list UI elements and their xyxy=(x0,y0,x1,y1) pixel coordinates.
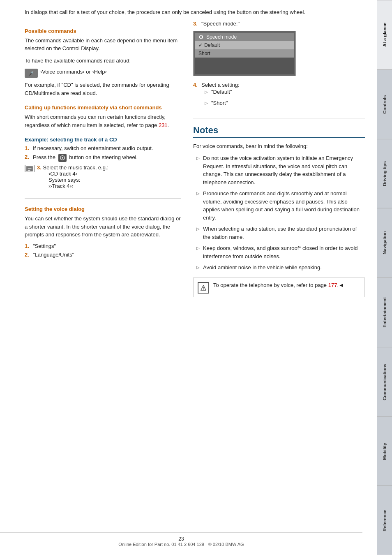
tab-navigation[interactable]: Navigation xyxy=(377,208,392,278)
note-box-page-link[interactable]: 177 xyxy=(328,282,337,288)
svg-point-4 xyxy=(203,289,204,290)
voice-commands-text: ›Voice commands‹ or ›Help‹ xyxy=(40,69,107,75)
note-tri-2: ▷ xyxy=(196,190,200,197)
note1-text: Do not use the voice activation system t… xyxy=(203,154,365,186)
note-box: To operate the telephone by voice, refer… xyxy=(193,278,365,297)
screen-lower-area xyxy=(195,58,294,74)
screen-option-short: Short xyxy=(195,49,294,58)
short-commands-heading: Calling up functions immediately via sho… xyxy=(25,104,181,111)
footer-page-number: 23 xyxy=(178,536,184,542)
note4-text: Keep doors, windows, and glass sunroof* … xyxy=(203,244,365,260)
tab-communications[interactable]: Communications xyxy=(377,347,392,416)
step4-content: Select a setting: ▷ "Default" ▷ "Short" xyxy=(201,82,240,111)
setting-text: You can set whether the system should us… xyxy=(25,215,181,239)
possible-commands-text: The commands available in each case depe… xyxy=(25,37,181,53)
setting-heading: Setting the voice dialog xyxy=(25,206,181,212)
note-item-2: ▷ Pronounce the commands and digits smoo… xyxy=(196,190,365,222)
right-step-3: 3. "Speech mode:" xyxy=(193,21,365,27)
note2-text: Pronounce the commands and digits smooth… xyxy=(203,190,365,222)
example-cd-heading: Example: selecting the track of a CD xyxy=(25,136,181,143)
right-step3-text: "Speech mode:" xyxy=(201,21,240,27)
screen-option1-label: Default xyxy=(204,42,220,48)
screen-gear-icon: ⚙ xyxy=(198,34,204,40)
step4-option2: "Short" xyxy=(211,99,228,107)
setting-step1-text: "Settings" xyxy=(33,243,56,249)
divider xyxy=(25,198,181,199)
intro-paragraph: In dialogs that call for a text of your … xyxy=(25,8,365,16)
note5-text: Avoid ambient noise in the vehicle while… xyxy=(203,264,322,272)
note-box-text: To operate the telephone by voice, refer… xyxy=(213,281,344,289)
screen-header: ⚙ Speech mode xyxy=(195,33,294,41)
voice-icon: 🎤 xyxy=(25,69,38,78)
footer: 23 Online Edition for Part no. 01 41 2 6… xyxy=(0,532,362,547)
setting-step-1: 1. "Settings" xyxy=(25,243,181,249)
notes-list: ▷ Do not use the voice activation system… xyxy=(193,154,365,272)
note-item-3: ▷ When selecting a radio station, use th… xyxy=(196,225,365,241)
step3-lines: ›CD track 4‹ System says: ››Track 4‹‹ xyxy=(37,171,108,189)
example-step-1: 1. If necessary, switch on entertainment… xyxy=(25,145,181,151)
possible-commands-heading: Possible commands xyxy=(25,28,181,34)
tri-icon-1: ▷ xyxy=(205,89,208,95)
cd-example-text: For example, if "CD" is selected, the co… xyxy=(25,81,181,97)
note-tri-3: ▷ xyxy=(196,226,200,232)
step4-options: ▷ "Default" ▷ "Short" xyxy=(201,88,240,107)
screen-option-default: ✓ Default xyxy=(195,41,294,49)
notes-heading: Notes xyxy=(193,125,365,138)
note3-text: When selecting a radio station, use the … xyxy=(203,225,365,241)
example-step-3: 3. Select the music track, e.g.: ›CD tra… xyxy=(25,164,181,192)
screen-option2-label: Short xyxy=(198,51,210,56)
note-tri-4: ▷ xyxy=(196,245,200,251)
note-item-4: ▷ Keep doors, windows, and glass sunroof… xyxy=(196,244,365,260)
short-commands-page-link[interactable]: 231 xyxy=(159,122,168,128)
tab-controls[interactable]: Controls xyxy=(377,69,392,139)
speech-mode-screen: ⚙ Speech mode ✓ Default Short xyxy=(193,31,296,76)
example-step-2: 2. Press the button on the steering whee… xyxy=(25,154,181,162)
notes-intro: For voice commands, bear in mind the fol… xyxy=(193,142,365,150)
note-tri-5: ▷ xyxy=(196,264,200,271)
step2-text: Press the button on the steering wheel. xyxy=(33,154,138,162)
steering-button-icon xyxy=(58,154,67,162)
tab-driving-tips[interactable]: Driving tips xyxy=(377,139,392,208)
tri-icon-2: ▷ xyxy=(205,100,208,106)
setting-step2-text: "Language/Units" xyxy=(33,252,74,258)
right-step-4: 4. Select a setting: ▷ "Default" ▷ "Shor… xyxy=(193,82,365,111)
step2-num: 2. xyxy=(25,154,33,162)
voice-commands-row: 🎤 ›Voice commands‹ or ›Help‹ xyxy=(25,69,181,78)
checkmark-icon: ✓ xyxy=(198,42,203,48)
step1-num: 1. xyxy=(25,145,33,151)
setting-step2-num: 2. xyxy=(25,252,33,258)
note-item-5: ▷ Avoid ambient noise in the vehicle whi… xyxy=(196,264,365,272)
right-divider xyxy=(193,118,365,118)
tab-reference[interactable]: Reference xyxy=(377,486,392,555)
svg-point-1 xyxy=(62,157,63,159)
step3-icon xyxy=(25,165,35,172)
step4-option1: "Default" xyxy=(211,88,232,96)
side-tabs: At a glance Controls Driving tips Naviga… xyxy=(377,0,392,555)
step4-num: 4. xyxy=(193,82,201,111)
tab-at-a-glance[interactable]: At a glance xyxy=(377,0,392,69)
step1-text: If necessary, switch on entertainment au… xyxy=(33,145,153,151)
note-item-1: ▷ Do not use the voice activation system… xyxy=(196,154,365,186)
setting-step-2: 2. "Language/Units" xyxy=(25,252,181,258)
setting-step1-num: 1. xyxy=(25,243,33,249)
tab-mobility[interactable]: Mobility xyxy=(377,416,392,486)
note-box-triangle-icon xyxy=(198,282,209,294)
right-step3-num: 3. xyxy=(193,21,201,27)
footer-text: Online Edition for Part no. 01 41 2 604 … xyxy=(118,542,244,547)
read-aloud-text: To have the available commands read alou… xyxy=(25,57,181,65)
note-tri-1: ▷ xyxy=(196,155,200,161)
step3-content: 3. Select the music track, e.g.: ›CD tra… xyxy=(37,164,108,192)
tab-entertainment[interactable]: Entertainment xyxy=(377,278,392,347)
screen-title: Speech mode xyxy=(206,34,237,40)
short-commands-text: With short commands you can run certain … xyxy=(25,113,181,129)
